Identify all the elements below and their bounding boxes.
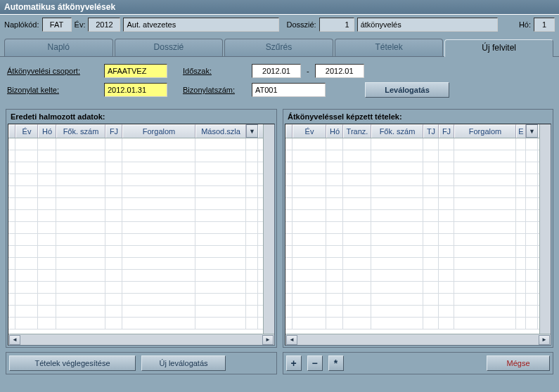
finalize-button[interactable]: Tételek véglegesítése bbox=[9, 355, 136, 371]
left-col-masodszla[interactable]: Másod.szla bbox=[195, 124, 246, 138]
year-label: Év: bbox=[75, 20, 86, 29]
tab-bar: Napló Dosszié Szűrés Tételek Új felvitel bbox=[0, 34, 559, 57]
tab-naplo[interactable]: Napló bbox=[4, 39, 113, 56]
right-grid-panel: Átkönyveléssel képzett tételek: Év Hó Tr… bbox=[283, 109, 553, 348]
docnum-label: Bizonylatszám: bbox=[183, 86, 246, 94]
right-vscroll[interactable] bbox=[539, 124, 551, 334]
left-col-dropdown[interactable]: ▼ bbox=[246, 124, 258, 138]
left-grid-body[interactable] bbox=[8, 138, 274, 334]
period-to-field[interactable]: 2012.01 bbox=[315, 64, 364, 78]
dosszie-label: Dosszié: bbox=[286, 20, 316, 29]
dosszie-type-field[interactable]: átkönyvelés bbox=[357, 18, 498, 32]
left-grid-panel: Eredeti halmozott adatok: Év Hó Fők. szá… bbox=[6, 109, 277, 348]
date-field[interactable]: 2012.01.31 bbox=[104, 83, 167, 97]
left-vscroll[interactable] bbox=[263, 124, 274, 334]
window-title: Automatikus átkönyvelések bbox=[0, 0, 559, 15]
docnum-field[interactable]: AT001 bbox=[252, 83, 326, 97]
right-grid-title: Átkönyveléssel képzett tételek: bbox=[285, 111, 551, 124]
period-label: Időszak: bbox=[183, 67, 246, 75]
right-col-fj[interactable]: FJ bbox=[439, 124, 454, 138]
period-from-field[interactable]: 2012.01 bbox=[252, 64, 301, 78]
naplokod-label: Naplókód: bbox=[4, 20, 39, 29]
tab-tetelek[interactable]: Tételek bbox=[335, 39, 444, 56]
group-label: Átkönyvelési csoport: bbox=[7, 67, 98, 75]
left-hscroll-left[interactable]: ◄ bbox=[9, 335, 20, 345]
new-select-button[interactable]: Új leválogatás bbox=[141, 355, 226, 371]
right-hscroll-left[interactable]: ◄ bbox=[286, 335, 297, 345]
right-col-ev[interactable]: Év bbox=[293, 124, 326, 138]
select-button[interactable]: Leválogatás bbox=[365, 82, 449, 98]
left-grid[interactable]: Év Hó Fők. szám FJ Forgalom Másod.szla ▼… bbox=[8, 124, 275, 346]
right-col-ho[interactable]: Hó bbox=[326, 124, 343, 138]
tab-szures[interactable]: Szűrés bbox=[224, 39, 333, 56]
right-grid[interactable]: Év Hó Tranz. Fők. szám TJ FJ Forgalom E … bbox=[285, 124, 551, 346]
plus-button[interactable]: + bbox=[286, 355, 302, 371]
right-col-tj[interactable]: TJ bbox=[423, 124, 439, 138]
tab-dosszie[interactable]: Dosszié bbox=[115, 39, 224, 56]
tab-uj-felvitel[interactable]: Új felvitel bbox=[444, 39, 553, 57]
grids-area: Eredeti halmozott adatok: Év Hó Fők. szá… bbox=[0, 109, 559, 348]
left-hscroll-right[interactable]: ► bbox=[262, 335, 274, 345]
left-col-forgalom[interactable]: Forgalom bbox=[122, 124, 195, 138]
left-grid-title: Eredeti halmozott adatok: bbox=[8, 111, 275, 124]
footer-left: Tételek véglegesítése Új leválogatás bbox=[6, 352, 277, 374]
date-label: Bizonylat kelte: bbox=[7, 86, 98, 94]
left-col-fj[interactable]: FJ bbox=[105, 124, 122, 138]
right-col-tranz[interactable]: Tranz. bbox=[343, 124, 371, 138]
left-col-ev[interactable]: Év bbox=[15, 124, 38, 138]
year-field[interactable]: 2012 bbox=[88, 18, 120, 32]
right-col-dropdown[interactable]: ▼ bbox=[526, 124, 538, 138]
right-col-fokszam[interactable]: Fők. szám bbox=[371, 124, 423, 138]
dosszie-num-field[interactable]: 1 bbox=[319, 18, 354, 32]
ho-label: Hó: bbox=[519, 20, 531, 29]
star-button[interactable]: * bbox=[328, 355, 344, 371]
group-field[interactable]: AFAATVEZ bbox=[104, 64, 167, 78]
right-grid-body[interactable] bbox=[285, 138, 551, 334]
right-col-e[interactable]: E bbox=[516, 124, 526, 138]
footer-right: + − * Mégse bbox=[283, 352, 554, 374]
cancel-button[interactable]: Mégse bbox=[487, 355, 550, 371]
desc-field[interactable]: Aut. atvezetes bbox=[123, 18, 279, 32]
left-hscroll[interactable]: ◄ ► bbox=[8, 334, 274, 345]
right-hscroll-right[interactable]: ► bbox=[539, 335, 550, 345]
header-bar: Naplókód: FAT Év: 2012 Aut. atvezetes Do… bbox=[0, 15, 559, 34]
minus-button[interactable]: − bbox=[307, 355, 323, 371]
form-area: Átkönyvelési csoport: AFAATVEZ Időszak: … bbox=[0, 57, 559, 109]
naplokod-field[interactable]: FAT bbox=[42, 18, 72, 32]
left-col-ho[interactable]: Hó bbox=[38, 124, 56, 138]
ho-field[interactable]: 1 bbox=[534, 18, 555, 32]
right-col-forgalom[interactable]: Forgalom bbox=[454, 124, 516, 138]
footer-bar: Tételek véglegesítése Új leválogatás + −… bbox=[0, 348, 559, 380]
left-col-fokszam[interactable]: Fők. szám bbox=[56, 124, 105, 138]
right-hscroll[interactable]: ◄ ► bbox=[285, 334, 551, 345]
period-dash: - bbox=[307, 67, 309, 75]
